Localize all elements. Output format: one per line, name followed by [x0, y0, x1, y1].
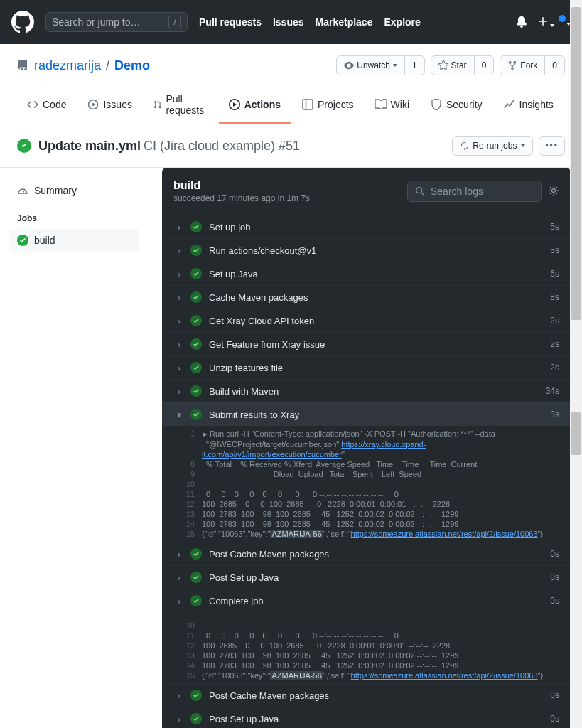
step-run-actions-checkout-v1[interactable]: › Run actions/checkout@v1 5s — [162, 238, 571, 262]
log-line: 13100 2783 100 98 100 2685 45 1252 0:00:… — [162, 509, 571, 519]
step-get-feature-from-xray-issue[interactable]: › Get Feature from Xray issue 2s — [162, 332, 571, 355]
repo-owner-link[interactable]: radezmarija — [34, 58, 101, 73]
step-cache-maven-packages[interactable]: › Cache Maven packages 8s — [162, 285, 571, 309]
step-name: Set up Java — [209, 269, 258, 279]
step-build-with-maven[interactable]: › Build with Maven 34s — [162, 379, 571, 402]
step-duration: 2s — [550, 316, 559, 326]
tab-issues[interactable]: Issues — [77, 87, 141, 124]
step-post-cache-maven-packages[interactable]: › Post Cache Maven packages 0s — [162, 683, 571, 707]
step-set-up-job[interactable]: › Set up job 5s — [162, 215, 571, 238]
tab-pulls[interactable]: Pull requests — [144, 87, 217, 124]
log-link[interactable]: https://someazure.atlassian.net/rest/api… — [351, 671, 538, 680]
star-label: Star — [451, 60, 467, 70]
svg-rect-2 — [303, 100, 313, 109]
check-icon — [190, 713, 202, 724]
chevron-down-icon: ▾ — [173, 410, 185, 420]
check-icon — [190, 595, 202, 606]
fork-button[interactable]: Fork 0 — [500, 55, 565, 75]
check-icon — [190, 338, 202, 350]
log-line: 9 Dload Upload Total Spent Left Speed — [162, 469, 571, 479]
nav-explore[interactable]: Explore — [384, 16, 420, 28]
fork-count: 0 — [544, 56, 564, 75]
log-line: 15{"id":"10063","key":"AZMARIJA-56","sel… — [162, 670, 571, 680]
rerun-jobs-button[interactable]: Re-run jobs — [452, 136, 533, 156]
github-logo-icon[interactable] — [11, 11, 34, 33]
breadcrumb: radezmarija / Demo — [34, 58, 150, 73]
slash-key-icon: / — [168, 16, 181, 28]
tab-wiki[interactable]: Wiki — [365, 87, 419, 124]
step-duration: 0s — [550, 714, 559, 724]
log-link[interactable]: it.com/api/v1/import/execution/cucumber — [202, 450, 342, 459]
svg-point-1 — [92, 103, 95, 106]
check-icon — [190, 385, 202, 397]
step-unzip-features-file[interactable]: › Unzip features file 2s — [162, 355, 571, 379]
kebab-icon: ••• — [545, 141, 559, 151]
check-icon — [190, 291, 202, 303]
step-duration: 34s — [546, 386, 559, 396]
star-count: 0 — [474, 56, 494, 75]
tab-label: Code — [43, 99, 66, 110]
sidebar-job-build[interactable]: build — [9, 229, 139, 252]
fork-label: Fork — [520, 60, 537, 70]
pr-icon — [153, 99, 162, 110]
step-name: Post Set up Java — [209, 714, 279, 724]
step-post-cache-maven-packages[interactable]: › Post Cache Maven packages 0s — [162, 542, 571, 565]
scrollbar-thumb[interactable] — [571, 412, 581, 455]
step-post-set-up-java[interactable]: › Post Set up Java 0s — [162, 565, 571, 589]
check-icon — [190, 690, 202, 701]
step-submit-results-to-xray[interactable]: ▾ Submit results to Xray 3s — [162, 402, 571, 426]
tab-actions[interactable]: Actions — [219, 87, 291, 124]
step-get-xray-cloud-api-token[interactable]: › Get Xray Cloud API token 2s — [162, 309, 571, 332]
search-placeholder: Search logs — [431, 186, 483, 197]
chevron-right-icon: › — [173, 596, 185, 606]
kebab-menu-button[interactable]: ••• — [539, 136, 565, 156]
scrollbar-thumb[interactable] — [571, 7, 581, 320]
log-line: 12100 2685 0 0 100 2685 0 2228 0:00:01 0… — [162, 641, 571, 651]
sidebar-summary[interactable]: Summary — [17, 179, 139, 202]
step-complete-job[interactable]: › Complete job 0s — [162, 589, 571, 612]
repo-icon — [17, 60, 28, 71]
tab-label: Actions — [244, 99, 281, 110]
nav-marketplace[interactable]: Marketplace — [316, 16, 373, 28]
step-name: Get Xray Cloud API token — [209, 316, 314, 326]
nav-issues[interactable]: Issues — [273, 16, 304, 28]
global-search-input[interactable]: Search or jump to… / — [45, 12, 188, 32]
step-duration: 0s — [550, 572, 559, 582]
log-link[interactable]: https://someazure.atlassian.net/rest/api… — [351, 530, 538, 538]
tab-label: Projects — [318, 99, 354, 110]
gear-icon — [548, 185, 559, 196]
log-search-input[interactable]: Search logs — [407, 181, 542, 202]
unwatch-button[interactable]: Unwatch 1 — [336, 55, 424, 75]
bell-icon[interactable] — [516, 16, 527, 28]
tab-security[interactable]: Security — [421, 87, 492, 124]
tab-label: Security — [446, 99, 483, 110]
log-link[interactable]: https://xray.cloud.xpand- — [341, 440, 426, 449]
step-set-up-java[interactable]: › Set up Java 6s — [162, 262, 571, 285]
topbar-right — [516, 16, 571, 29]
sync-icon — [460, 141, 470, 151]
chevron-right-icon: › — [173, 549, 185, 560]
chevron-right-icon: › — [173, 245, 185, 256]
chevron-right-icon: › — [173, 269, 185, 279]
new-dropdown[interactable] — [537, 16, 554, 29]
log-title: build — [173, 179, 310, 192]
step-post-set-up-java[interactable]: › Post Set up Java 0s — [162, 707, 571, 728]
run-subtitle: CI (Jira cloud example) #51 — [144, 139, 300, 153]
tab-code[interactable]: Code — [17, 87, 76, 124]
star-button[interactable]: Star 0 — [431, 55, 495, 75]
book-icon — [375, 99, 387, 110]
tab-insights[interactable]: Insights — [494, 87, 564, 124]
meter-icon — [17, 185, 28, 196]
search-icon — [415, 186, 425, 196]
nav-pull-requests[interactable]: Pull requests — [199, 16, 262, 28]
log-settings-button[interactable] — [548, 185, 559, 198]
svg-line-7 — [421, 193, 424, 196]
step-name: Complete job — [209, 596, 264, 606]
log-line: 10 — [162, 621, 571, 631]
tab-projects[interactable]: Projects — [292, 87, 364, 124]
repo-name-link[interactable]: Demo — [114, 58, 150, 73]
eye-icon — [344, 60, 354, 70]
check-icon — [190, 221, 202, 232]
chevron-right-icon: › — [173, 339, 185, 350]
log-line: 15{"id":"10063","key":"AZMARIJA-56","sel… — [162, 529, 571, 539]
